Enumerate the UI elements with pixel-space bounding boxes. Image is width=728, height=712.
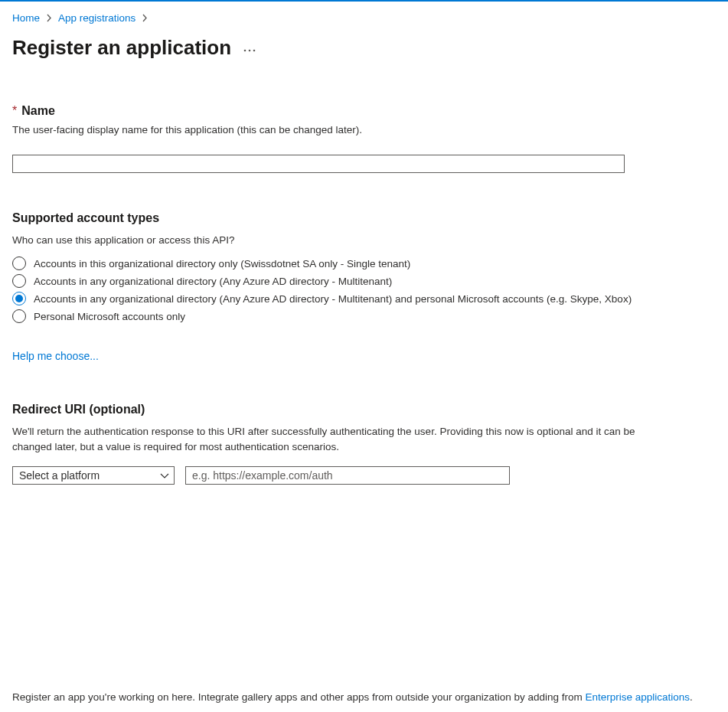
required-star-icon: *: [12, 104, 17, 118]
account-type-option-label: Accounts in any organizational directory…: [34, 276, 392, 287]
redirect-uri-description: We'll return the authentication response…: [12, 424, 640, 454]
radio-icon: [12, 274, 26, 288]
ellipsis-icon: [243, 49, 256, 52]
redirect-uri-heading: Redirect URI (optional): [12, 403, 716, 416]
breadcrumb-app-registrations[interactable]: App registrations: [58, 12, 135, 24]
more-actions-button[interactable]: [243, 41, 256, 55]
svg-point-0: [244, 49, 246, 51]
breadcrumb-home[interactable]: Home: [12, 12, 40, 24]
platform-select[interactable]: Select a platform: [12, 466, 175, 485]
breadcrumb: Home App registrations: [12, 12, 716, 24]
account-types-question: Who can use this application or access t…: [12, 233, 640, 248]
account-type-option-1[interactable]: Accounts in any organizational directory…: [12, 274, 716, 288]
enterprise-applications-link[interactable]: Enterprise applications: [586, 691, 690, 703]
radio-icon: [12, 292, 26, 305]
help-me-choose-link[interactable]: Help me choose...: [12, 350, 99, 362]
account-type-option-label: Accounts in any organizational directory…: [34, 293, 632, 305]
chevron-down-icon: [160, 469, 169, 482]
app-name-input[interactable]: [12, 155, 625, 173]
account-type-option-label: Accounts in this organizational director…: [34, 258, 410, 269]
name-description: The user-facing display name for this ap…: [12, 122, 640, 138]
platform-select-value: Select a platform: [19, 469, 100, 482]
account-types-heading: Supported account types: [12, 211, 716, 225]
chevron-right-icon: [46, 14, 52, 22]
account-type-option-label: Personal Microsoft accounts only: [34, 311, 185, 322]
radio-icon: [12, 256, 26, 270]
account-type-option-2[interactable]: Accounts in any organizational directory…: [12, 292, 716, 305]
account-type-option-3[interactable]: Personal Microsoft accounts only: [12, 309, 716, 323]
svg-point-1: [249, 49, 251, 51]
account-type-option-0[interactable]: Accounts in this organizational director…: [12, 256, 716, 270]
account-types-radio-group: Accounts in this organizational director…: [12, 256, 716, 323]
redirect-uri-input[interactable]: [185, 466, 510, 485]
radio-icon: [12, 309, 26, 323]
name-label: * Name: [12, 104, 716, 118]
footer-note: Register an app you're working on here. …: [12, 691, 716, 703]
page-title: Register an application: [12, 36, 231, 60]
svg-point-2: [253, 49, 256, 51]
chevron-right-icon: [142, 14, 148, 22]
